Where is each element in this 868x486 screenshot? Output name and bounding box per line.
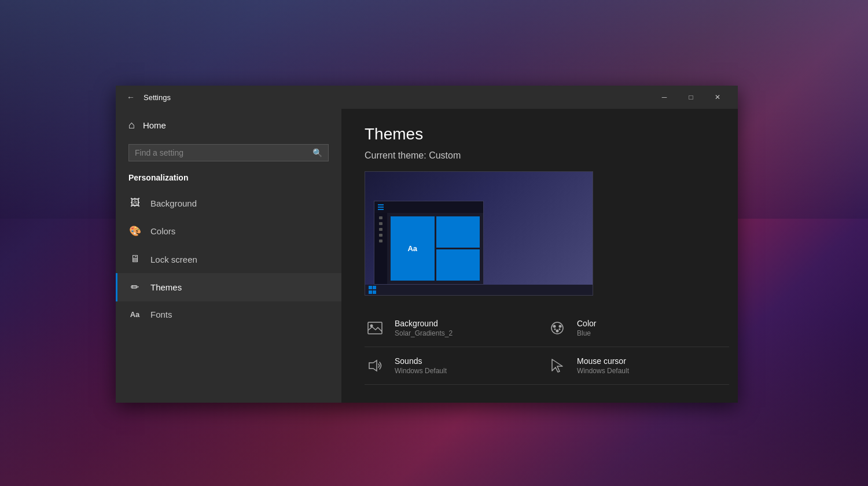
settings-window: ← Settings ─ □ ✕ ⌂ Home 🔍 Personalizatio…	[116, 86, 738, 403]
preview-nav-dot	[379, 240, 382, 242]
theme-sounds-label: Sounds	[395, 356, 447, 366]
preview-nav-dot	[379, 216, 382, 219]
theme-info-mouse-cursor[interactable]: Mouse cursor Windows Default	[547, 347, 729, 385]
search-box: 🔍	[128, 144, 329, 161]
page-title: Themes	[365, 125, 715, 143]
color-svg-icon	[550, 321, 565, 336]
maximize-button[interactable]: □	[678, 86, 704, 109]
preview-taskbar	[365, 285, 593, 295]
preview-tile-2	[436, 249, 480, 281]
theme-sounds-icon	[365, 355, 385, 376]
theme-color-text: Color Blue	[577, 319, 596, 337]
theme-background-value: Solar_Gradients_2	[395, 329, 453, 337]
preview-nav-dot	[379, 234, 382, 237]
window-title: Settings	[144, 93, 651, 102]
preview-menu-content: Aa	[374, 213, 483, 284]
theme-background-text: Background Solar_Gradients_2	[395, 319, 453, 337]
sidebar-item-background[interactable]: 🖼 Background	[116, 189, 341, 217]
sidebar-item-fonts[interactable]: Aa Fonts	[116, 301, 341, 327]
sidebar-item-themes-label: Themes	[150, 282, 182, 292]
background-svg-icon	[367, 322, 382, 334]
theme-background-icon	[365, 318, 385, 338]
preview-tile-1	[436, 216, 480, 248]
sidebar-item-lock-screen[interactable]: 🖥 Lock screen	[116, 245, 341, 273]
sidebar: ⌂ Home 🔍 Personalization 🖼 Background 🎨 …	[116, 109, 341, 403]
theme-sounds-value: Windows Default	[395, 367, 447, 375]
home-icon: ⌂	[128, 119, 135, 131]
preview-menu-line	[378, 209, 384, 210]
minimize-button[interactable]: ─	[651, 86, 678, 109]
theme-sounds-text: Sounds Windows Default	[395, 356, 447, 375]
main-content: Themes Current theme: Custom	[341, 109, 738, 403]
svg-point-5	[556, 330, 559, 333]
preview-startmenu: Aa	[374, 201, 484, 285]
sidebar-item-home[interactable]: ⌂ Home	[116, 109, 341, 142]
svg-point-1	[370, 325, 373, 327]
theme-background-label: Background	[395, 319, 453, 328]
preview-menu-line	[378, 204, 384, 205]
themes-icon: ✏	[128, 281, 141, 293]
content-area: ⌂ Home 🔍 Personalization 🖼 Background 🎨 …	[116, 109, 738, 403]
preview-menu-lines	[378, 204, 384, 210]
sidebar-section-label: Personalization	[116, 171, 341, 189]
close-button[interactable]: ✕	[704, 86, 731, 109]
svg-point-6	[554, 329, 556, 330]
sidebar-item-fonts-label: Fonts	[150, 310, 172, 319]
back-icon: ←	[127, 93, 135, 102]
background-icon: 🖼	[128, 197, 141, 209]
preview-nav-strip	[374, 213, 387, 284]
theme-cursor-label: Mouse cursor	[577, 356, 629, 366]
theme-info-sounds[interactable]: Sounds Windows Default	[365, 347, 547, 385]
sidebar-item-background-label: Background	[150, 198, 197, 208]
sidebar-item-themes[interactable]: ✏ Themes	[116, 273, 341, 301]
svg-point-7	[559, 329, 561, 330]
theme-color-value: Blue	[577, 329, 596, 337]
theme-info-color[interactable]: Color Blue	[547, 310, 729, 347]
back-button[interactable]: ←	[123, 89, 139, 105]
svg-point-3	[553, 325, 556, 328]
preview-menu-bar	[374, 201, 483, 213]
start-tile-2	[373, 286, 376, 289]
sidebar-item-colors-label: Colors	[150, 226, 175, 236]
theme-cursor-value: Windows Default	[577, 367, 629, 375]
svg-point-4	[559, 325, 562, 328]
cursor-svg-icon	[550, 358, 564, 373]
lock-screen-icon: 🖥	[128, 253, 141, 265]
preview-tiles-area: Aa	[387, 213, 483, 284]
theme-info-background[interactable]: Background Solar_Gradients_2	[365, 310, 547, 347]
home-label: Home	[143, 120, 166, 130]
colors-icon: 🎨	[128, 225, 141, 237]
title-bar: ← Settings ─ □ ✕	[116, 86, 738, 109]
theme-color-label: Color	[577, 319, 596, 328]
svg-marker-9	[552, 359, 562, 372]
sounds-svg-icon	[367, 359, 382, 372]
start-tile-3	[369, 290, 372, 294]
preview-tile-aa: Aa	[391, 216, 435, 281]
theme-preview: Aa	[365, 171, 593, 296]
theme-cursor-text: Mouse cursor Windows Default	[577, 356, 629, 375]
start-tile-1	[369, 286, 372, 289]
preview-nav-dot	[379, 222, 382, 225]
preview-menu-line	[378, 207, 384, 208]
theme-info-grid: Background Solar_Gradients_2	[365, 310, 729, 385]
sidebar-item-lock-screen-label: Lock screen	[150, 255, 197, 264]
preview-taskbar-start	[369, 286, 378, 294]
theme-color-icon	[547, 318, 568, 338]
search-input[interactable]	[135, 148, 312, 157]
preview-nav-dot	[379, 228, 382, 231]
search-icon: 🔍	[312, 148, 322, 157]
svg-marker-8	[369, 360, 377, 371]
window-controls: ─ □ ✕	[651, 86, 731, 109]
sidebar-item-colors[interactable]: 🎨 Colors	[116, 217, 341, 245]
theme-cursor-icon	[547, 355, 568, 376]
start-tile-4	[373, 290, 376, 294]
fonts-icon: Aa	[128, 310, 141, 319]
current-theme-label: Current theme: Custom	[365, 150, 715, 161]
